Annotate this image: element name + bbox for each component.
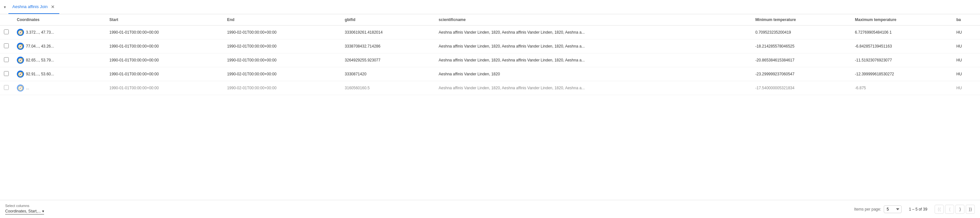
row-checkbox[interactable] bbox=[4, 85, 9, 90]
row-checkbox-cell bbox=[0, 67, 13, 81]
row-checkbox[interactable] bbox=[4, 57, 9, 62]
row-checkbox-cell bbox=[0, 54, 13, 67]
tab-close-button[interactable]: ✕ bbox=[50, 4, 56, 9]
row-max-temp: -11.51923076923077 bbox=[851, 54, 953, 67]
row-max-temp: 6.72769905484106 1 bbox=[851, 25, 953, 39]
compass-icon: 🧭 bbox=[17, 71, 24, 77]
row-checkbox-cell bbox=[0, 81, 13, 95]
row-max-temp: -6.875 bbox=[851, 81, 953, 95]
row-checkbox[interactable] bbox=[4, 29, 9, 34]
compass-icon: 🧭 bbox=[17, 43, 24, 50]
row-gbifid: 3330619261.4182014 bbox=[341, 25, 435, 39]
row-ba: HU bbox=[953, 81, 980, 95]
table-row: 🧭...1990-01-01T00:00:00+00:001990-02-01T… bbox=[0, 81, 980, 95]
row-end: 1990-02-01T00:00:00+00:00 bbox=[223, 67, 341, 81]
data-table-container: Coordinates Start End gbifid scientificn… bbox=[0, 14, 980, 200]
compass-icon: 🧭 bbox=[17, 29, 24, 36]
data-table: Coordinates Start End gbifid scientificn… bbox=[0, 14, 980, 95]
th-checkbox bbox=[0, 14, 13, 25]
row-end: 1990-02-01T00:00:00+00:00 bbox=[223, 39, 341, 54]
row-checkbox[interactable] bbox=[4, 43, 9, 48]
row-start: 1990-01-01T00:00:00+00:00 bbox=[106, 25, 223, 39]
th-max-temp[interactable]: Maximum temperature bbox=[851, 14, 953, 25]
th-end[interactable]: End bbox=[223, 14, 341, 25]
row-min-temp: -17.540000005321834 bbox=[751, 81, 851, 95]
row-checkbox-cell bbox=[0, 25, 13, 39]
th-coordinates[interactable]: Coordinates bbox=[13, 14, 106, 25]
row-ba: HU bbox=[953, 54, 980, 67]
row-scientificname: Aeshna affinis Vander Linden, 1820, Aesh… bbox=[435, 54, 751, 67]
row-start: 1990-01-01T00:00:00+00:00 bbox=[106, 81, 223, 95]
th-scientificname[interactable]: scientificname bbox=[435, 14, 751, 25]
row-end: 1990-02-01T00:00:00+00:00 bbox=[223, 25, 341, 39]
tab-aeshna-affinis-join[interactable]: Aeshna affinis Join ✕ bbox=[8, 0, 59, 14]
row-gbifid: 3338708432.714286 bbox=[341, 39, 435, 54]
row-checkbox[interactable] bbox=[4, 71, 9, 76]
row-gbifid: 3160560160.5 bbox=[341, 81, 435, 95]
row-ba: HU bbox=[953, 39, 980, 54]
row-end: 1990-02-01T00:00:00+00:00 bbox=[223, 81, 341, 95]
table-row: 🧭77.04..., 43.26...1990-01-01T00:00:00+0… bbox=[0, 39, 980, 54]
table-row: 🧭82.65..., 53.79...1990-01-01T00:00:00+0… bbox=[0, 54, 980, 67]
row-min-temp: -23.299999237060547 bbox=[751, 67, 851, 81]
th-gbifid[interactable]: gbifid bbox=[341, 14, 435, 25]
row-start: 1990-01-01T00:00:00+00:00 bbox=[106, 39, 223, 54]
row-start: 1990-01-01T00:00:00+00:00 bbox=[106, 54, 223, 67]
row-coordinates: 🧭3.372..., 47.73... bbox=[13, 25, 106, 39]
row-end: 1990-02-01T00:00:00+00:00 bbox=[223, 54, 341, 67]
row-max-temp: -6.842857139451163 bbox=[851, 39, 953, 54]
row-start: 1990-01-01T00:00:00+00:00 bbox=[106, 67, 223, 81]
th-min-temp[interactable]: Minimum temperature bbox=[751, 14, 851, 25]
compass-icon: 🧭 bbox=[17, 84, 24, 92]
tab-chevron-icon[interactable]: ▾ bbox=[4, 5, 6, 9]
row-min-temp: 0.709523235200419 bbox=[751, 25, 851, 39]
row-min-temp: -18.214285578046525 bbox=[751, 39, 851, 54]
row-ba: HU bbox=[953, 67, 980, 81]
row-scientificname: Aeshna affinis Vander Linden, 1820, Aesh… bbox=[435, 25, 751, 39]
row-ba: HU bbox=[953, 25, 980, 39]
table-header-row: Coordinates Start End gbifid scientificn… bbox=[0, 14, 980, 25]
th-start[interactable]: Start bbox=[106, 14, 223, 25]
row-max-temp: -12.399999618530272 bbox=[851, 67, 953, 81]
row-coordinates: 🧭... bbox=[13, 81, 106, 95]
row-min-temp: -20.865384615384617 bbox=[751, 54, 851, 67]
table-row: 🧭3.372..., 47.73...1990-01-01T00:00:00+0… bbox=[0, 25, 980, 39]
compass-icon: 🧭 bbox=[17, 57, 24, 64]
table-row: 🧭92.91..., 53.60...1990-01-01T00:00:00+0… bbox=[0, 67, 980, 81]
row-gbifid: 3264929255.923077 bbox=[341, 54, 435, 67]
tab-bar: ▾ Aeshna affinis Join ✕ bbox=[0, 0, 980, 14]
row-coordinates: 🧭77.04..., 43.26... bbox=[13, 39, 106, 54]
row-checkbox-cell bbox=[0, 39, 13, 54]
row-scientificname: Aeshna affinis Vander Linden, 1820 bbox=[435, 67, 751, 81]
row-scientificname: Aeshna affinis Vander Linden, 1820, Aesh… bbox=[435, 39, 751, 54]
th-ba[interactable]: ba bbox=[953, 14, 980, 25]
row-scientificname: Aeshna affinis Vander Linden, 1820, Aesh… bbox=[435, 81, 751, 95]
tab-label: Aeshna affinis Join bbox=[12, 4, 48, 9]
row-coordinates: 🧭82.65..., 53.79... bbox=[13, 54, 106, 67]
row-gbifid: 3330871420 bbox=[341, 67, 435, 81]
row-coordinates: 🧭92.91..., 53.60... bbox=[13, 67, 106, 81]
